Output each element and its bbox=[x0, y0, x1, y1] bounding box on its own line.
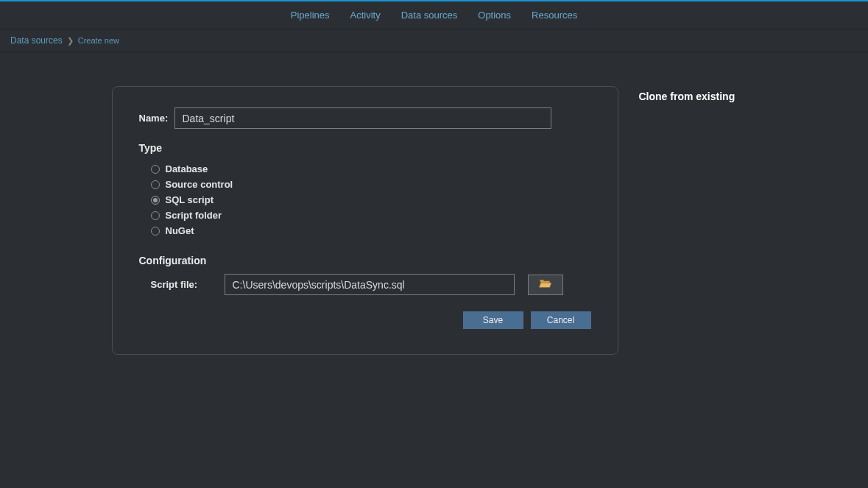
folder-open-icon bbox=[538, 277, 553, 291]
radio-icon bbox=[151, 196, 160, 205]
breadcrumb: Data sources ❯ Create new bbox=[0, 29, 868, 52]
nav-activity[interactable]: Activity bbox=[350, 10, 381, 21]
type-radio-database[interactable]: Database bbox=[151, 161, 591, 177]
name-label: Name: bbox=[139, 113, 174, 124]
browse-file-button[interactable] bbox=[528, 275, 563, 295]
type-radio-source-control[interactable]: Source control bbox=[151, 177, 591, 192]
nav-pipelines[interactable]: Pipelines bbox=[291, 10, 330, 21]
type-radio-group: Database Source control SQL script Scrip… bbox=[139, 161, 591, 238]
nav-resources[interactable]: Resources bbox=[532, 10, 577, 21]
radio-label: Database bbox=[166, 163, 208, 174]
breadcrumb-current: Create new bbox=[78, 36, 119, 45]
radio-icon bbox=[151, 180, 160, 189]
nav-data-sources[interactable]: Data sources bbox=[401, 10, 458, 21]
chevron-right-icon: ❯ bbox=[67, 36, 74, 46]
script-file-label: Script file: bbox=[139, 279, 211, 290]
radio-label: Script folder bbox=[166, 210, 222, 221]
save-button[interactable]: Save bbox=[463, 311, 523, 329]
radio-label: NuGet bbox=[166, 225, 194, 236]
radio-icon bbox=[151, 227, 160, 236]
create-data-source-panel: Name: Type Database Source control SQL s… bbox=[112, 86, 618, 355]
breadcrumb-root[interactable]: Data sources bbox=[10, 35, 63, 46]
name-input[interactable] bbox=[174, 107, 551, 129]
nav-options[interactable]: Options bbox=[478, 10, 511, 21]
type-radio-sql-script[interactable]: SQL script bbox=[151, 192, 591, 208]
content-area: Name: Type Database Source control SQL s… bbox=[0, 52, 868, 355]
configuration-heading: Configuration bbox=[139, 255, 591, 266]
radio-icon bbox=[151, 211, 160, 220]
type-heading: Type bbox=[139, 142, 591, 154]
type-radio-nuget[interactable]: NuGet bbox=[151, 223, 591, 238]
script-file-input[interactable] bbox=[225, 274, 515, 295]
radio-icon bbox=[151, 165, 160, 174]
main-nav: Pipelines Activity Data sources Options … bbox=[0, 1, 868, 29]
clone-from-existing-link[interactable]: Clone from existing bbox=[639, 86, 757, 102]
cancel-button[interactable]: Cancel bbox=[531, 311, 591, 329]
radio-label: Source control bbox=[166, 179, 233, 190]
form-actions: Save Cancel bbox=[139, 311, 591, 329]
radio-label: SQL script bbox=[166, 194, 214, 205]
type-radio-script-folder[interactable]: Script folder bbox=[151, 208, 591, 223]
